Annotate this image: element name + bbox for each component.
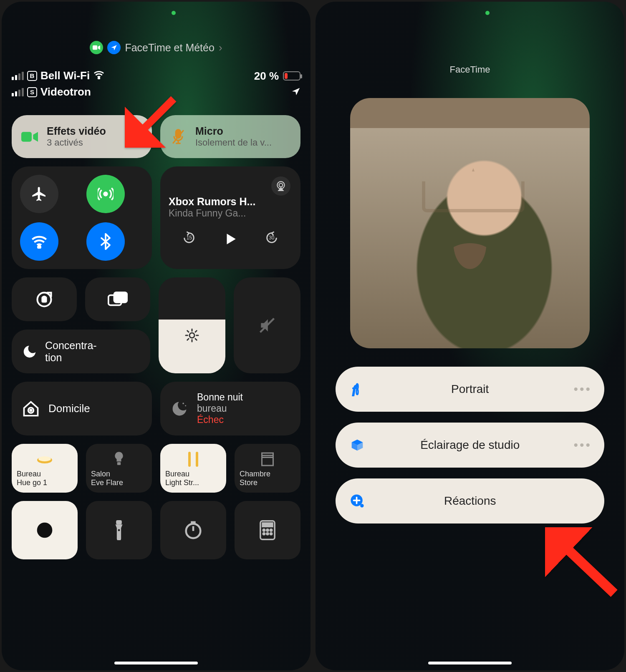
signal-bars-icon [12, 72, 24, 80]
play-button[interactable] [223, 231, 237, 251]
home-indicator[interactable] [428, 662, 512, 664]
airplay-button[interactable] [271, 176, 290, 196]
carrier-2: S Videotron [12, 86, 105, 98]
svg-point-38 [118, 529, 120, 531]
svg-point-44 [270, 529, 272, 531]
svg-point-45 [263, 533, 265, 535]
signal-bars-icon [12, 88, 24, 96]
plus-bubble-icon [348, 492, 366, 510]
svg-point-6 [38, 246, 40, 248]
facetime-icon [90, 41, 103, 54]
svg-rect-37 [116, 520, 122, 524]
goodnight-scene-tile[interactable]: Bonne nuit bureau Échec [160, 382, 300, 435]
svg-point-25 [182, 403, 184, 404]
brightness-slider[interactable] [159, 277, 225, 373]
carrier-1-name: Bell Wi-Fi [40, 69, 90, 82]
location-services-icon [291, 87, 300, 98]
rotation-lock-button[interactable] [12, 277, 77, 321]
chevron-right-icon: › [219, 41, 222, 54]
blind-icon [240, 451, 295, 468]
media-title: Xbox Rumors H... [169, 196, 292, 208]
connectivity-tile[interactable] [12, 166, 152, 269]
aperture-icon: f [348, 380, 366, 398]
cellular-button[interactable] [86, 175, 125, 213]
sim-badge-1: B [27, 71, 37, 81]
svg-line-20 [187, 339, 189, 340]
more-icon[interactable]: ••• [573, 382, 592, 396]
accessory-light-strip[interactable]: Bureau Light Str... [160, 444, 226, 493]
svg-rect-30 [188, 452, 191, 467]
active-apps-label: FaceTime et Météo [125, 42, 214, 54]
svg-point-47 [270, 533, 272, 535]
mic-title: Micro [195, 125, 272, 137]
mic-sub: Isolement de la v... [195, 137, 272, 148]
scene-line2: bureau [197, 403, 243, 414]
speaker-muted-icon [258, 316, 276, 335]
media-tile[interactable]: Xbox Rumors H... Kinda Funny Ga... 15 30 [160, 166, 300, 269]
wifi-button[interactable] [20, 222, 58, 261]
skip-back-button[interactable]: 15 [182, 231, 196, 251]
screen-mirroring-button[interactable] [85, 277, 150, 321]
svg-point-24 [30, 409, 32, 411]
camera-preview [350, 98, 590, 348]
svg-line-53 [555, 538, 614, 593]
cube-icon [348, 436, 366, 454]
video-icon [20, 127, 39, 146]
scene-line1: Bonne nuit [197, 392, 243, 403]
accessory-eve-flare[interactable]: Salon Eve Flare [86, 444, 152, 493]
volume-slider[interactable] [234, 277, 300, 373]
svg-point-5 [104, 192, 107, 196]
calculator-button[interactable] [235, 501, 300, 559]
video-effects-title: Effets vidéo [47, 125, 106, 137]
svg-point-1 [98, 78, 100, 79]
svg-line-18 [187, 331, 189, 332]
svg-rect-0 [93, 45, 97, 50]
battery-icon [283, 71, 300, 81]
location-icon [107, 41, 121, 54]
bluetooth-button[interactable] [86, 222, 125, 261]
option-studio-light[interactable]: Éclairage de studio ••• [336, 423, 604, 468]
svg-point-28 [38, 456, 51, 461]
svg-rect-29 [117, 462, 121, 465]
privacy-indicator-dot [485, 11, 490, 15]
accessory-hue-go[interactable]: Bureau Hue go 1 [12, 444, 78, 493]
svg-point-26 [185, 405, 186, 406]
wifi-icon [93, 69, 105, 82]
video-effects-sub: 3 activés [47, 137, 106, 148]
focus-button[interactable]: Concentra- tion [12, 330, 150, 373]
scene-status: Échec [197, 414, 243, 425]
svg-point-13 [189, 333, 194, 338]
svg-point-46 [267, 533, 268, 535]
mic-mode-card[interactable]: Micro Isolement de la v... [160, 115, 300, 158]
svg-rect-41 [263, 523, 273, 527]
carrier-1: B Bell Wi-Fi [12, 69, 105, 82]
airplane-mode-button[interactable] [20, 175, 58, 213]
svg-point-8 [279, 184, 283, 187]
svg-line-21 [195, 331, 197, 332]
option-label: Portrait [366, 383, 573, 396]
svg-rect-12 [114, 292, 127, 302]
video-effects-card[interactable]: Effets vidéo 3 activés [12, 115, 152, 158]
status-block: B Bell Wi-Fi S Videotron 20 % [12, 69, 300, 98]
dark-mode-button[interactable] [12, 501, 78, 559]
disc-light-icon [17, 451, 73, 468]
active-apps-pill[interactable]: FaceTime et Météo › [12, 41, 300, 54]
sim-badge-2: S [27, 87, 37, 97]
flashlight-button[interactable] [86, 501, 152, 559]
timer-button[interactable] [160, 501, 226, 559]
option-portrait[interactable]: f Portrait ••• [336, 367, 604, 412]
home-icon [22, 400, 40, 418]
svg-line-19 [195, 339, 197, 340]
accessory-store[interactable]: Chambre Store [235, 444, 300, 493]
home-tile[interactable]: Domicile [12, 382, 152, 435]
more-icon[interactable]: ••• [573, 438, 592, 452]
control-center-screen: FaceTime et Météo › B Bell Wi-Fi S Video… [2, 2, 310, 670]
media-subtitle: Kinda Funny Ga... [169, 208, 292, 219]
home-indicator[interactable] [114, 662, 198, 664]
svg-point-52 [360, 504, 364, 508]
skip-forward-button[interactable]: 30 [265, 231, 279, 251]
svg-point-43 [267, 529, 268, 531]
accessories-row: Bureau Hue go 1 Salon Eve Flare Bureau L… [12, 444, 300, 493]
option-reactions[interactable]: Réactions ••• [336, 478, 604, 524]
annotation-arrow-reactions [545, 527, 620, 604]
